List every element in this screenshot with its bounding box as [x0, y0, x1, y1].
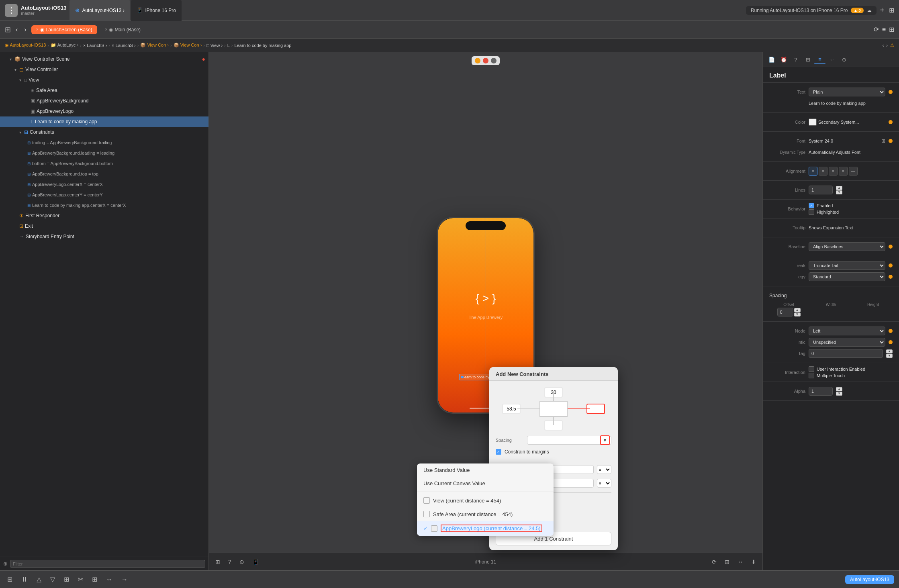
spacing-select-input[interactable] [527, 436, 611, 445]
tree-c6[interactable]: ⊞ AppBreweryLogo.centerY = centerY [0, 190, 208, 200]
align-center-btn[interactable]: ≡ [819, 167, 827, 176]
tree-storyboard-entry[interactable]: → Storyboard Entry Point [0, 231, 208, 242]
insp-file-icon[interactable]: 📄 [766, 55, 777, 64]
insp-conn-icon[interactable]: ⊙ [838, 55, 850, 64]
add-icon[interactable]: + [880, 6, 884, 14]
refresh-icon[interactable]: ⟳ [874, 26, 879, 33]
filter-input[interactable] [10, 560, 205, 568]
tab-iphone[interactable]: 📱 iPhone 16 Pro [131, 0, 182, 21]
insp-attr-icon[interactable]: ≡ [814, 55, 825, 64]
dropdown-use-canvas[interactable]: Use Current Canvas Value [417, 477, 554, 490]
tree-view[interactable]: ▾ □ View [0, 75, 208, 85]
toggle-view[interactable]: ▾ [18, 78, 22, 82]
tree-c2[interactable]: ⊞ AppBreweryBackground.leading = leading [0, 148, 208, 158]
offset-input[interactable] [777, 308, 793, 316]
dropdown-brewery-logo[interactable]: ✓ AppBreweryLogo (current distance = 24.… [417, 521, 554, 536]
tree-first-responder[interactable]: ① First Responder [0, 210, 208, 221]
tree-view-controller-scene[interactable]: ▾ 📦 View Controller Scene ● [0, 54, 208, 64]
nav-forward-btn[interactable]: › [22, 24, 28, 35]
insp-size-icon[interactable]: ↔ [826, 55, 838, 64]
align-left-btn[interactable]: ≡ [809, 167, 817, 176]
insp-id-icon[interactable]: ⊞ [802, 55, 813, 64]
toggle-constraints[interactable]: ▾ [18, 130, 22, 135]
canvas-btn-1[interactable]: ⊞ [214, 557, 222, 567]
canvas-btn-5[interactable]: ⟳ [710, 557, 718, 567]
canvas-btn-3[interactable]: ⊙ [238, 557, 246, 567]
toggle-vcs[interactable]: ▾ [8, 57, 13, 61]
bottom-btn-4[interactable]: ▽ [48, 574, 57, 585]
dropdown-use-standard[interactable]: Use Standard Value [417, 463, 554, 477]
semantic-select[interactable]: Unspecified [809, 338, 885, 347]
multiple-touch-cb[interactable] [809, 373, 814, 378]
dropdown-safe-area[interactable]: Safe Area (current distance = 454) [417, 507, 554, 521]
tree-c4[interactable]: ⊟ AppBreweryBackground.top = top [0, 169, 208, 179]
tree-brewery-logo[interactable]: ▣ AppBreweryLogo [0, 106, 208, 116]
bookmark-icon[interactable]: ⊞ [889, 26, 894, 33]
align-justify-btn[interactable]: ≡ [839, 167, 848, 176]
user-interaction-cb[interactable] [809, 366, 814, 372]
highlighted-checkbox[interactable] [809, 209, 814, 215]
canvas-btn-2[interactable]: ? [227, 557, 233, 567]
file-tab-launchscreen[interactable]: × ◉ LaunchScreen (Base) [31, 25, 97, 34]
width-select[interactable]: ≡ [597, 465, 611, 474]
tree-learn-label[interactable]: L Learn to code by making app [0, 116, 208, 127]
break-select[interactable]: Truncate Tail [809, 261, 885, 270]
bc-view[interactable]: □ View › [206, 43, 223, 48]
tree-c5[interactable]: ⊞ AppBreweryLogo.centerX = centerX [0, 179, 208, 190]
toggle-vc[interactable]: ▾ [13, 67, 18, 72]
tab-autolayout[interactable]: ⊕ AutoLayout-iOS13 › [69, 0, 130, 21]
tree-constraints[interactable]: ▾ ⊟ Constraints [0, 127, 208, 137]
tag-up[interactable]: ▲ [886, 349, 893, 353]
bottom-btn-8[interactable]: ↔ [104, 574, 115, 585]
offset-up[interactable]: ▲ [794, 308, 801, 312]
text-type-select[interactable]: Plain [809, 88, 885, 96]
panels-icon[interactable]: ⊞ [889, 6, 894, 14]
bottom-btn-6[interactable]: ✂ [76, 574, 86, 585]
nav-back-btn[interactable]: ‹ [14, 24, 19, 35]
lines-up-btn[interactable]: ▲ [836, 186, 842, 190]
mode-select[interactable]: Left [809, 327, 885, 335]
constrain-margins-cb[interactable]: ✓ [496, 449, 501, 455]
bc-autolayo[interactable]: 📁 AutoLayc › [51, 43, 78, 48]
file-tab-main[interactable]: × ◉ Main (Base) [100, 25, 146, 34]
tag-input[interactable] [809, 349, 883, 358]
canvas-btn-6[interactable]: ⊞ [723, 557, 731, 567]
tree-brewery-bg[interactable]: ▣ AppBreweryBackground [0, 96, 208, 106]
spacing-dropdown-btn[interactable]: ▾ [600, 435, 610, 445]
align-natural-btn[interactable]: — [849, 167, 858, 176]
bc-next[interactable]: › [886, 43, 888, 48]
bc-l-label[interactable]: L [227, 43, 230, 48]
tree-view-controller[interactable]: ▾ ◻ View Controller [0, 64, 208, 75]
align-right-btn[interactable]: ≡ [829, 167, 838, 176]
bottom-btn-1[interactable]: ⊞ [5, 574, 15, 585]
bc-launchs2[interactable]: × LaunchS › [112, 43, 136, 48]
bc-launchs1[interactable]: × LaunchS › [83, 43, 107, 48]
close-icon-main[interactable]: × [105, 27, 108, 32]
canvas-btn-8[interactable]: ⬇ [750, 557, 758, 567]
bottom-btn-7[interactable]: ⊞ [90, 574, 100, 585]
bc-prev[interactable]: ‹ [883, 43, 884, 48]
tree-c7[interactable]: ⊞ Learn to code by making app.centerX = … [0, 200, 208, 210]
bottom-btn-3[interactable]: △ [34, 574, 44, 585]
list-icon[interactable]: ≡ [882, 26, 886, 33]
close-icon-ls[interactable]: × [36, 27, 39, 32]
dropdown-view[interactable]: View (current distance = 454) [417, 494, 554, 507]
lines-down-btn[interactable]: ▼ [836, 190, 842, 194]
tree-c3[interactable]: ⊟ bottom = AppBreweryBackground.bottom [0, 158, 208, 169]
height-select[interactable]: ≡ [597, 479, 611, 488]
insp-clock-icon[interactable]: ⏰ [778, 55, 789, 64]
alpha-down[interactable]: ▼ [836, 392, 842, 396]
insp-help-icon[interactable]: ? [790, 55, 801, 64]
bottom-btn-9[interactable]: → [119, 574, 130, 585]
offset-down[interactable]: ▼ [794, 312, 801, 316]
bc-viewcon2[interactable]: 📦 View Con › [174, 43, 202, 48]
enabled-checkbox[interactable]: ✓ [809, 203, 814, 208]
canvas-btn-7[interactable]: ↔ [736, 557, 745, 567]
bottom-btn-5[interactable]: ⊞ [61, 574, 72, 585]
alpha-up[interactable]: ▲ [836, 387, 842, 391]
tree-exit[interactable]: ⊡ Exit [0, 221, 208, 231]
canvas-btn-4[interactable]: 📱 [251, 557, 261, 567]
font-icon[interactable]: ⊞ [881, 138, 885, 144]
tree-c1[interactable]: ⊞ trailing = AppBreweryBackground.traili… [0, 137, 208, 148]
baseline-select[interactable]: Align Baselines [809, 242, 885, 251]
